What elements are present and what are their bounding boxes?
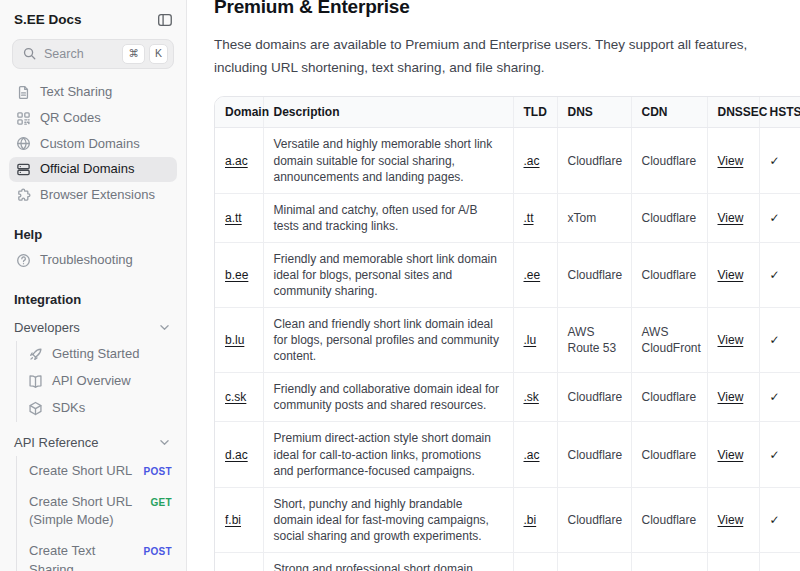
search-box[interactable]: ⌘K (12, 39, 174, 69)
cdn-cell: Cloudflare (631, 552, 707, 571)
sidebar-item-create-short-url-simple-mode[interactable]: Create Short URL (Simple Mode)GET (23, 487, 174, 537)
sidebar-item-browser-extensions[interactable]: Browser Extensions (9, 183, 177, 208)
dnssec-cell: View (707, 193, 759, 242)
column-header-cdn: CDN (631, 97, 707, 128)
group-children-api-reference: Create Short URLPOSTCreate Short URL (Si… (16, 456, 174, 571)
dnssec-view-link[interactable]: View (718, 211, 744, 225)
sidebar-item-text-sharing[interactable]: Text Sharing (9, 80, 177, 105)
dnssec-cell: View (707, 242, 759, 307)
tld-cell: .ac (513, 128, 557, 193)
hsts-checkmark: ✓ (770, 513, 780, 527)
sidebar-item-troubleshooting[interactable]: Troubleshooting (9, 248, 177, 273)
domain-cell: f.bi (215, 487, 263, 552)
table-row: a.acVersatile and highly memorable short… (215, 128, 800, 193)
domain-link[interactable]: a.tt (225, 211, 242, 225)
table-row: c.skFriendly and collaborative domain id… (215, 373, 800, 422)
domain-link[interactable]: a.ac (225, 154, 248, 168)
dnssec-cell: View (707, 422, 759, 487)
help-circle-icon (16, 253, 31, 268)
cdn-cell: Cloudflare (631, 193, 707, 242)
column-header-dns: DNS (557, 97, 631, 128)
tld-link[interactable]: .tt (524, 211, 534, 225)
hsts-checkmark: ✓ (770, 390, 780, 404)
tld-link[interactable]: .ee (524, 268, 541, 282)
cdn-cell: Cloudflare (631, 128, 707, 193)
domain-cell: b.ee (215, 242, 263, 307)
dnssec-cell: View (707, 373, 759, 422)
panel-left-icon[interactable] (157, 12, 172, 27)
table-row: f.biShort, punchy and highly brandable d… (215, 487, 800, 552)
sidebar-item-create-text-sharing[interactable]: Create Text SharingPOST (23, 536, 174, 571)
dnssec-view-link[interactable]: View (718, 268, 744, 282)
hsts-checkmark: ✓ (770, 154, 780, 168)
dnssec-view-link[interactable]: View (718, 333, 744, 347)
tld-cell: .ee (513, 242, 557, 307)
hsts-checkmark: ✓ (770, 448, 780, 462)
column-header-dnssec: DNSSEC (707, 97, 759, 128)
group-header-developers[interactable]: Developers (12, 315, 174, 340)
sidebar-item-label: API Overview (52, 373, 131, 390)
chevron-down-icon (157, 435, 172, 450)
method-badge-post: POST (144, 545, 172, 560)
file-text-icon (16, 85, 31, 100)
dns-cell: Cloudflare (557, 422, 631, 487)
dns-cell: Cloudflare (557, 487, 631, 552)
domain-link[interactable]: c.sk (225, 390, 246, 404)
package-icon (28, 401, 43, 416)
domain-link[interactable]: f.bi (225, 513, 241, 527)
dns-cell: Cloudflare (557, 128, 631, 193)
shortcut-key: K (149, 44, 168, 64)
description-cell: Minimal and catchy, often used for A/B t… (263, 193, 513, 242)
sidebar-item-getting-started[interactable]: Getting Started (23, 341, 174, 368)
tld-link[interactable]: .ac (524, 154, 540, 168)
app-title: S.EE Docs (14, 12, 82, 27)
description-cell: Friendly and collaborative domain ideal … (263, 373, 513, 422)
domain-link[interactable]: d.ac (225, 448, 248, 462)
domains-table-wrapper: DomainDescriptionTLDDNSCDNDNSSECHSTS a.a… (214, 96, 800, 571)
sidebar-item-label: QR Codes (40, 110, 101, 127)
table-row: a.ttMinimal and catchy, often used for A… (215, 193, 800, 242)
group-header-api-reference[interactable]: API Reference (12, 430, 174, 455)
hsts-cell: ✓ (759, 193, 800, 242)
dnssec-view-link[interactable]: View (718, 513, 744, 527)
intro-paragraph: These domains are available to Premium a… (214, 33, 794, 79)
sidebar-item-custom-domains[interactable]: Custom Domains (9, 132, 177, 157)
sidebar-item-label: Text Sharing (40, 84, 112, 101)
sidebar-item-label: Official Domains (40, 161, 134, 178)
sidebar-item-label: Create Short URL (29, 462, 136, 481)
book-open-icon (28, 374, 43, 389)
sidebar-item-qr-codes[interactable]: QR Codes (9, 106, 177, 131)
table-header-row: DomainDescriptionTLDDNSCDNDNSSECHSTS (215, 97, 800, 128)
dnssec-view-link[interactable]: View (718, 390, 744, 404)
dns-cell: AWS Route 53 (557, 552, 631, 571)
search-icon (22, 46, 37, 61)
dnssec-view-link[interactable]: View (718, 448, 744, 462)
column-header-domain: Domain (215, 97, 263, 128)
search-input[interactable] (44, 47, 115, 61)
domain-link[interactable]: b.lu (225, 333, 244, 347)
domains-table: DomainDescriptionTLDDNSCDNDNSSECHSTS a.a… (215, 97, 800, 571)
sidebar-item-sdks[interactable]: SDKs (23, 395, 174, 422)
cdn-cell: Cloudflare (631, 422, 707, 487)
tld-link[interactable]: .bi (524, 513, 537, 527)
sidebar-item-api-overview[interactable]: API Overview (23, 368, 174, 395)
server-icon (16, 162, 31, 177)
sidebar-item-label: Create Text Sharing (29, 542, 136, 571)
table-row: b.eeFriendly and memorable short link do… (215, 242, 800, 307)
sidebar-item-create-short-url[interactable]: Create Short URLPOST (23, 456, 174, 487)
dns-cell: xTom (557, 193, 631, 242)
cdn-cell: AWS CloudFront (631, 308, 707, 373)
description-cell: Premium direct-action style short domain… (263, 422, 513, 487)
tld-link[interactable]: .sk (524, 390, 539, 404)
sidebar-item-official-domains[interactable]: Official Domains (9, 157, 177, 182)
tld-link[interactable]: .ac (524, 448, 540, 462)
domain-link[interactable]: b.ee (225, 268, 248, 282)
sidebar-header: S.EE Docs (12, 10, 174, 27)
table-row: d.acPremium direct-action style short do… (215, 422, 800, 487)
tld-link[interactable]: .lu (524, 333, 537, 347)
dnssec-view-link[interactable]: View (718, 154, 744, 168)
sidebar-item-label: Browser Extensions (40, 187, 155, 204)
help-items: Troubleshooting (12, 248, 174, 273)
tld-cell: .tt (513, 193, 557, 242)
section-heading-integration: Integration (14, 292, 172, 307)
